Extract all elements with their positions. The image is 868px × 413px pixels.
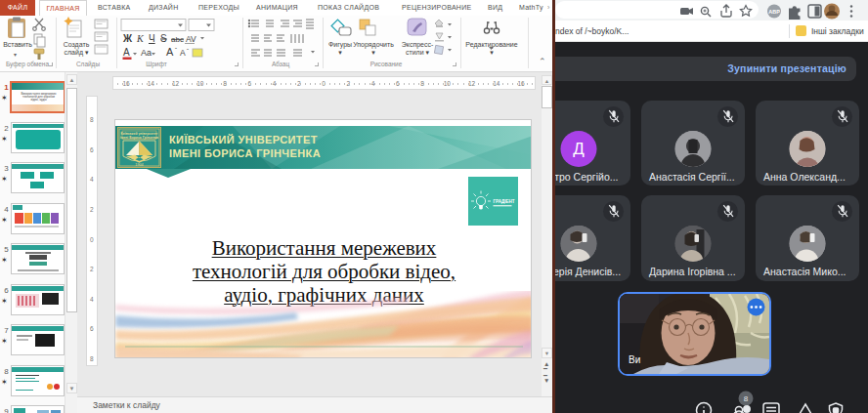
svg-text:Аа: Аа [141,48,152,58]
svg-text:1904: 1904 [135,163,143,167]
svg-text:ˇ: ˇ [187,48,189,54]
svg-text:8: 8 [744,394,749,403]
svg-text:Ж: Ж [122,33,133,44]
svg-text:А: А [166,46,174,58]
svg-text:AV: AV [186,34,196,44]
svg-text:А: А [123,47,130,58]
svg-text:ГРАДІЕНТ: ГРАДІЕНТ [494,199,515,204]
svg-text:А: А [180,48,186,58]
svg-text:ABP: ABP [768,9,780,15]
svg-text:К: К [136,33,145,44]
svg-text:ˆ: ˆ [175,47,177,53]
svg-text:S: S [160,33,167,44]
svg-text:Ч: Ч [149,33,155,44]
svg-text:abc: abc [171,35,184,44]
svg-text:імені Бориса Грінченка: імені Бориса Грінченка [120,136,158,140]
